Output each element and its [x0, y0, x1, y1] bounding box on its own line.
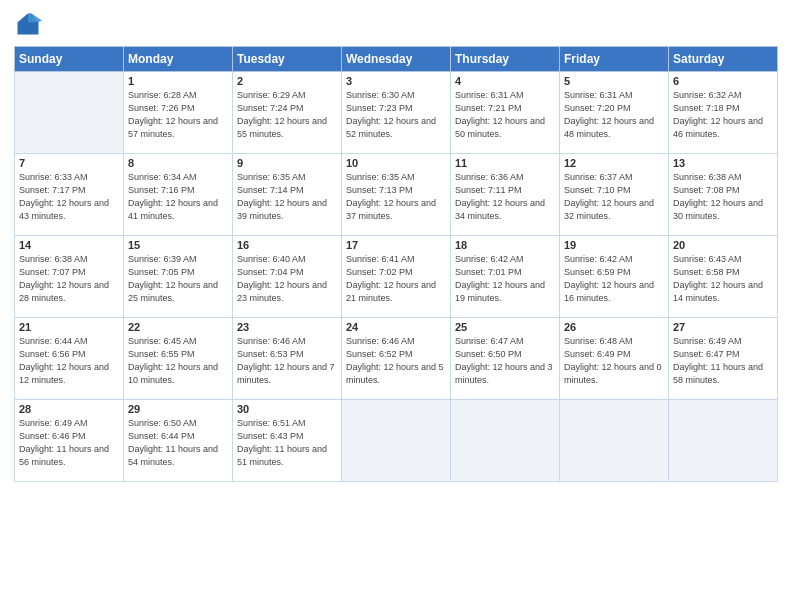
col-header-friday: Friday [560, 47, 669, 72]
day-detail: Sunrise: 6:37 AM Sunset: 7:10 PM Dayligh… [564, 171, 664, 223]
day-number: 3 [346, 75, 446, 87]
day-cell: 24Sunrise: 6:46 AM Sunset: 6:52 PM Dayli… [342, 318, 451, 400]
day-detail: Sunrise: 6:34 AM Sunset: 7:16 PM Dayligh… [128, 171, 228, 223]
day-number: 12 [564, 157, 664, 169]
day-detail: Sunrise: 6:46 AM Sunset: 6:53 PM Dayligh… [237, 335, 337, 387]
day-detail: Sunrise: 6:50 AM Sunset: 6:44 PM Dayligh… [128, 417, 228, 469]
day-number: 20 [673, 239, 773, 251]
day-detail: Sunrise: 6:42 AM Sunset: 6:59 PM Dayligh… [564, 253, 664, 305]
day-cell: 29Sunrise: 6:50 AM Sunset: 6:44 PM Dayli… [124, 400, 233, 482]
day-cell: 3Sunrise: 6:30 AM Sunset: 7:23 PM Daylig… [342, 72, 451, 154]
day-detail: Sunrise: 6:48 AM Sunset: 6:49 PM Dayligh… [564, 335, 664, 387]
day-cell: 30Sunrise: 6:51 AM Sunset: 6:43 PM Dayli… [233, 400, 342, 482]
day-detail: Sunrise: 6:47 AM Sunset: 6:50 PM Dayligh… [455, 335, 555, 387]
day-number: 13 [673, 157, 773, 169]
day-number: 14 [19, 239, 119, 251]
day-detail: Sunrise: 6:44 AM Sunset: 6:56 PM Dayligh… [19, 335, 119, 387]
logo-icon [14, 10, 42, 38]
day-cell: 25Sunrise: 6:47 AM Sunset: 6:50 PM Dayli… [451, 318, 560, 400]
day-cell [451, 400, 560, 482]
col-header-monday: Monday [124, 47, 233, 72]
page: SundayMondayTuesdayWednesdayThursdayFrid… [0, 0, 792, 612]
day-detail: Sunrise: 6:31 AM Sunset: 7:20 PM Dayligh… [564, 89, 664, 141]
day-detail: Sunrise: 6:49 AM Sunset: 6:47 PM Dayligh… [673, 335, 773, 387]
day-detail: Sunrise: 6:42 AM Sunset: 7:01 PM Dayligh… [455, 253, 555, 305]
day-number: 26 [564, 321, 664, 333]
day-cell: 23Sunrise: 6:46 AM Sunset: 6:53 PM Dayli… [233, 318, 342, 400]
day-cell: 21Sunrise: 6:44 AM Sunset: 6:56 PM Dayli… [15, 318, 124, 400]
day-cell: 14Sunrise: 6:38 AM Sunset: 7:07 PM Dayli… [15, 236, 124, 318]
day-detail: Sunrise: 6:49 AM Sunset: 6:46 PM Dayligh… [19, 417, 119, 469]
day-cell: 1Sunrise: 6:28 AM Sunset: 7:26 PM Daylig… [124, 72, 233, 154]
day-detail: Sunrise: 6:33 AM Sunset: 7:17 PM Dayligh… [19, 171, 119, 223]
col-header-tuesday: Tuesday [233, 47, 342, 72]
day-cell: 26Sunrise: 6:48 AM Sunset: 6:49 PM Dayli… [560, 318, 669, 400]
day-number: 15 [128, 239, 228, 251]
week-row-3: 21Sunrise: 6:44 AM Sunset: 6:56 PM Dayli… [15, 318, 778, 400]
day-number: 5 [564, 75, 664, 87]
day-cell: 7Sunrise: 6:33 AM Sunset: 7:17 PM Daylig… [15, 154, 124, 236]
day-detail: Sunrise: 6:38 AM Sunset: 7:08 PM Dayligh… [673, 171, 773, 223]
day-number: 24 [346, 321, 446, 333]
day-cell: 5Sunrise: 6:31 AM Sunset: 7:20 PM Daylig… [560, 72, 669, 154]
col-header-thursday: Thursday [451, 47, 560, 72]
day-cell: 19Sunrise: 6:42 AM Sunset: 6:59 PM Dayli… [560, 236, 669, 318]
day-cell [669, 400, 778, 482]
week-row-4: 28Sunrise: 6:49 AM Sunset: 6:46 PM Dayli… [15, 400, 778, 482]
col-header-saturday: Saturday [669, 47, 778, 72]
day-cell: 6Sunrise: 6:32 AM Sunset: 7:18 PM Daylig… [669, 72, 778, 154]
day-detail: Sunrise: 6:35 AM Sunset: 7:13 PM Dayligh… [346, 171, 446, 223]
day-cell [560, 400, 669, 482]
day-detail: Sunrise: 6:32 AM Sunset: 7:18 PM Dayligh… [673, 89, 773, 141]
day-cell: 4Sunrise: 6:31 AM Sunset: 7:21 PM Daylig… [451, 72, 560, 154]
calendar-table: SundayMondayTuesdayWednesdayThursdayFrid… [14, 46, 778, 482]
day-number: 25 [455, 321, 555, 333]
week-row-2: 14Sunrise: 6:38 AM Sunset: 7:07 PM Dayli… [15, 236, 778, 318]
day-detail: Sunrise: 6:28 AM Sunset: 7:26 PM Dayligh… [128, 89, 228, 141]
day-number: 30 [237, 403, 337, 415]
day-cell: 18Sunrise: 6:42 AM Sunset: 7:01 PM Dayli… [451, 236, 560, 318]
day-cell: 9Sunrise: 6:35 AM Sunset: 7:14 PM Daylig… [233, 154, 342, 236]
day-detail: Sunrise: 6:31 AM Sunset: 7:21 PM Dayligh… [455, 89, 555, 141]
day-cell: 13Sunrise: 6:38 AM Sunset: 7:08 PM Dayli… [669, 154, 778, 236]
day-detail: Sunrise: 6:45 AM Sunset: 6:55 PM Dayligh… [128, 335, 228, 387]
day-cell: 27Sunrise: 6:49 AM Sunset: 6:47 PM Dayli… [669, 318, 778, 400]
header [14, 10, 778, 38]
day-number: 2 [237, 75, 337, 87]
day-cell: 20Sunrise: 6:43 AM Sunset: 6:58 PM Dayli… [669, 236, 778, 318]
day-number: 22 [128, 321, 228, 333]
day-detail: Sunrise: 6:39 AM Sunset: 7:05 PM Dayligh… [128, 253, 228, 305]
day-cell: 22Sunrise: 6:45 AM Sunset: 6:55 PM Dayli… [124, 318, 233, 400]
day-number: 18 [455, 239, 555, 251]
day-cell: 12Sunrise: 6:37 AM Sunset: 7:10 PM Dayli… [560, 154, 669, 236]
day-detail: Sunrise: 6:38 AM Sunset: 7:07 PM Dayligh… [19, 253, 119, 305]
day-cell: 2Sunrise: 6:29 AM Sunset: 7:24 PM Daylig… [233, 72, 342, 154]
day-detail: Sunrise: 6:30 AM Sunset: 7:23 PM Dayligh… [346, 89, 446, 141]
day-number: 11 [455, 157, 555, 169]
day-number: 29 [128, 403, 228, 415]
day-cell [15, 72, 124, 154]
day-number: 21 [19, 321, 119, 333]
day-cell: 15Sunrise: 6:39 AM Sunset: 7:05 PM Dayli… [124, 236, 233, 318]
header-row: SundayMondayTuesdayWednesdayThursdayFrid… [15, 47, 778, 72]
logo [14, 10, 46, 38]
day-detail: Sunrise: 6:41 AM Sunset: 7:02 PM Dayligh… [346, 253, 446, 305]
day-number: 4 [455, 75, 555, 87]
day-cell: 8Sunrise: 6:34 AM Sunset: 7:16 PM Daylig… [124, 154, 233, 236]
day-detail: Sunrise: 6:46 AM Sunset: 6:52 PM Dayligh… [346, 335, 446, 387]
day-number: 19 [564, 239, 664, 251]
day-detail: Sunrise: 6:51 AM Sunset: 6:43 PM Dayligh… [237, 417, 337, 469]
day-cell: 17Sunrise: 6:41 AM Sunset: 7:02 PM Dayli… [342, 236, 451, 318]
day-number: 17 [346, 239, 446, 251]
day-detail: Sunrise: 6:36 AM Sunset: 7:11 PM Dayligh… [455, 171, 555, 223]
day-number: 6 [673, 75, 773, 87]
day-number: 23 [237, 321, 337, 333]
day-number: 8 [128, 157, 228, 169]
day-cell: 11Sunrise: 6:36 AM Sunset: 7:11 PM Dayli… [451, 154, 560, 236]
day-detail: Sunrise: 6:43 AM Sunset: 6:58 PM Dayligh… [673, 253, 773, 305]
day-cell: 10Sunrise: 6:35 AM Sunset: 7:13 PM Dayli… [342, 154, 451, 236]
col-header-sunday: Sunday [15, 47, 124, 72]
day-cell: 16Sunrise: 6:40 AM Sunset: 7:04 PM Dayli… [233, 236, 342, 318]
day-number: 27 [673, 321, 773, 333]
day-number: 1 [128, 75, 228, 87]
